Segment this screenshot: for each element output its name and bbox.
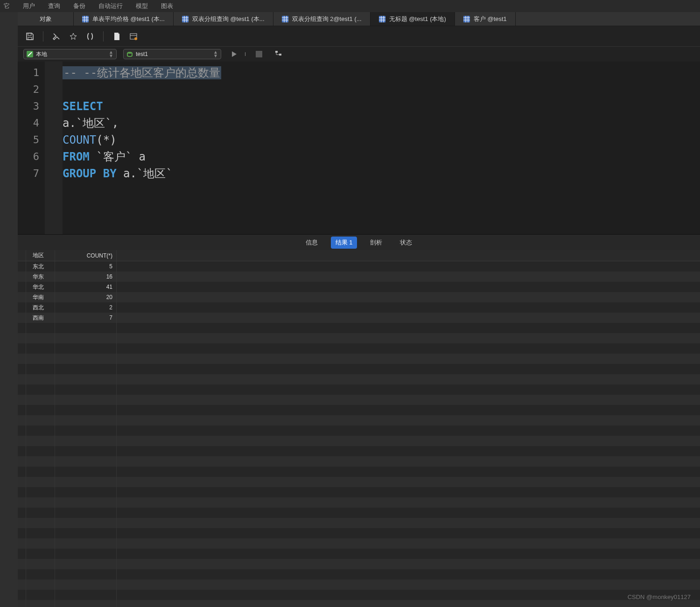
table-row-empty: .. — [18, 477, 700, 487]
col-header-region[interactable]: 地区 — [26, 250, 55, 261]
table-row-empty: .. — [18, 528, 700, 538]
table-row-empty: .. — [18, 384, 700, 395]
col-header-count[interactable]: COUNT(*) — [55, 250, 117, 261]
workspace: 对象单表平均价格 @test1 (本...双表分组查询 @test1 (本...… — [18, 12, 700, 607]
parentheses-icon[interactable] — [84, 30, 97, 43]
table-row-empty: .. — [18, 549, 700, 559]
db-combo[interactable]: test1 ▲▼ — [123, 49, 221, 59]
cell-region: 华东 — [26, 272, 55, 282]
grid-body: 东北5华东16华北41华南20西北2西南7...................… — [18, 261, 700, 607]
cell-region: 华南 — [26, 292, 55, 302]
table-row-empty: .. — [18, 364, 700, 374]
run-button[interactable] — [228, 48, 241, 61]
result-grid[interactable]: 地区 COUNT(*) 东北5华东16华北41华南20西北2西南7.......… — [18, 250, 700, 607]
tabbar: 对象单表平均价格 @test1 (本...双表分组查询 @test1 (本...… — [18, 12, 700, 26]
menu-item[interactable]: 用户 — [23, 2, 35, 10]
stop-button[interactable] — [252, 48, 266, 61]
tab[interactable]: 对象 — [18, 12, 74, 26]
export-icon[interactable] — [127, 30, 140, 43]
result-tab[interactable]: 剖析 — [365, 237, 387, 249]
cell-region: 西南 — [26, 313, 55, 323]
tab-label: 对象 — [40, 15, 52, 23]
table-row-empty: .. — [18, 426, 700, 436]
tab-label: 客户 @test1 — [474, 15, 507, 23]
tab-label: 双表分组查询 2@test1 (... — [292, 15, 362, 23]
svg-rect-0 — [82, 16, 89, 22]
cell-count: 41 — [55, 282, 117, 292]
cursor-run-icon: I — [245, 51, 246, 57]
menu-item[interactable]: 图表 — [161, 2, 173, 10]
table-row-empty: .. — [18, 415, 700, 426]
table-row[interactable]: 华南20 — [18, 292, 700, 302]
svg-point-8 — [134, 37, 137, 40]
cell-region: 东北 — [26, 261, 55, 272]
table-row-empty: .. — [18, 333, 700, 343]
combo-arrows-icon: ▲▼ — [213, 50, 218, 58]
menubar: 它用户查询备份自动运行模型图表 — [0, 0, 700, 12]
comment-line: -- --统计各地区客户的总数量 — [63, 66, 221, 79]
svg-rect-2 — [282, 16, 288, 22]
host-combo[interactable]: 本地 ▲▼ — [23, 49, 117, 59]
tab-label: 无标题 @test1 (本地) — [389, 15, 446, 23]
cell-count: 20 — [55, 292, 117, 302]
table-row-empty: .. — [18, 446, 700, 456]
toolbar-separator — [103, 31, 104, 42]
svg-rect-3 — [379, 16, 385, 22]
cell-region: 华北 — [26, 282, 55, 292]
tab[interactable]: 单表平均价格 @test1 (本... — [74, 12, 174, 26]
tab[interactable]: 无标题 @test1 (本地) — [371, 12, 455, 26]
svg-rect-12 — [275, 51, 278, 53]
line-gutter: 1234567 — [18, 62, 45, 234]
table-row-empty: .. — [18, 405, 700, 415]
sql-editor[interactable]: 1234567 -- --统计各地区客户的总数量 SELECTa.`地区`,CO… — [18, 62, 700, 234]
tool-hammer-icon[interactable] — [50, 30, 63, 43]
table-row-empty: .. — [18, 559, 700, 569]
menu-item[interactable]: 模型 — [136, 2, 148, 10]
cell-count: 16 — [55, 272, 117, 282]
result-tab[interactable]: 信息 — [301, 237, 322, 249]
table-row[interactable]: 东北5 — [18, 261, 700, 272]
save-button[interactable] — [23, 30, 36, 43]
table-row-empty: .. — [18, 590, 700, 600]
new-doc-icon[interactable] — [110, 30, 123, 43]
table-icon — [282, 16, 288, 22]
gutter-edge — [45, 62, 63, 234]
database-icon — [126, 51, 133, 57]
table-row-empty: .. — [18, 467, 700, 477]
table-row[interactable]: 西北2 — [18, 302, 700, 313]
svg-point-10 — [127, 52, 132, 54]
result-tab[interactable]: 状态 — [395, 237, 417, 249]
result-tab[interactable]: 结果 1 — [331, 237, 357, 249]
tab-label: 双表分组查询 @test1 (本... — [192, 15, 265, 23]
cell-region: 西北 — [26, 302, 55, 313]
watermark: CSDN @monkey01127 — [628, 593, 691, 600]
table-row-empty: .. — [18, 538, 700, 549]
explain-icon[interactable] — [272, 48, 285, 61]
menu-item[interactable]: 备份 — [73, 2, 85, 10]
table-row-empty: .. — [18, 497, 700, 508]
table-row[interactable]: 西南7 — [18, 313, 700, 323]
table-row-empty: .. — [18, 600, 700, 607]
host-icon — [27, 51, 33, 57]
tab[interactable]: 双表分组查询 2@test1 (... — [273, 12, 371, 26]
table-row-empty: .. — [18, 374, 700, 384]
tab[interactable]: 客户 @test1 — [455, 12, 516, 26]
tab-label: 单表平均价格 @test1 (本... — [92, 15, 165, 23]
db-label: test1 — [136, 51, 148, 57]
host-label: 本地 — [36, 50, 47, 58]
cell-count: 5 — [55, 261, 117, 272]
table-row-empty: .. — [18, 354, 700, 364]
svg-rect-4 — [463, 16, 470, 22]
tab[interactable]: 双表分组查询 @test1 (本... — [174, 12, 273, 26]
format-icon[interactable] — [67, 30, 80, 43]
menu-item[interactable]: 自动运行 — [98, 2, 123, 10]
code-area[interactable]: -- --统计各地区客户的总数量 SELECTa.`地区`,COUNT(*)FR… — [63, 62, 700, 234]
table-row[interactable]: 华东16 — [18, 272, 700, 282]
table-row[interactable]: 华北41 — [18, 282, 700, 292]
table-row-empty: .. — [18, 487, 700, 497]
table-icon — [182, 16, 189, 22]
table-icon — [379, 16, 385, 22]
table-icon — [82, 16, 89, 22]
menu-item[interactable]: 它 — [4, 2, 10, 10]
menu-item[interactable]: 查询 — [48, 2, 60, 10]
